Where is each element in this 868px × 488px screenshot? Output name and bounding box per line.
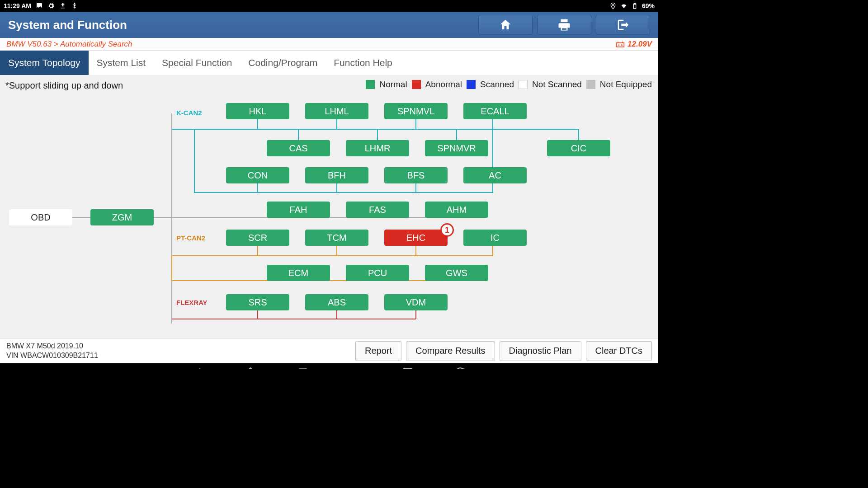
gear-icon (47, 2, 55, 9)
node-con[interactable]: CON (226, 167, 289, 183)
voltage: 12.09V (627, 40, 652, 49)
node-zgm[interactable]: ZGM (90, 209, 154, 225)
node-srs[interactable]: SRS (226, 294, 289, 310)
node-fah[interactable]: FAH (267, 202, 330, 218)
node-scr[interactable]: SCR (226, 230, 289, 246)
android-status-bar: 11:29 AM 69% (0, 0, 658, 12)
node-lhml[interactable]: LHML (305, 103, 368, 119)
upload-icon (59, 2, 66, 9)
tab-bar: System Topology System List Special Func… (0, 51, 658, 75)
home-button[interactable] (478, 15, 533, 35)
bus-ptcan2-label: PT-CAN2 (176, 234, 205, 242)
svg-point-0 (613, 5, 614, 6)
node-obd[interactable]: OBD (9, 209, 72, 225)
dtc-badge: 1 (440, 223, 454, 237)
tab-special-function[interactable]: Special Function (154, 51, 240, 75)
topology-canvas[interactable]: *Support sliding up and down Normal Abno… (0, 75, 658, 338)
tab-function-help[interactable]: Function Help (326, 51, 401, 75)
compare-results-button[interactable]: Compare Results (406, 341, 495, 361)
node-spnmvr[interactable]: SPNMVR (425, 140, 488, 156)
battery-pct: 69% (642, 2, 655, 9)
node-vdm[interactable]: VDM (384, 294, 448, 310)
battery-icon (631, 2, 638, 9)
back-icon[interactable] (192, 366, 204, 369)
exit-button[interactable] (596, 15, 650, 35)
svg-point-32 (456, 368, 465, 369)
node-tcm[interactable]: TCM (305, 230, 368, 246)
battery-car-icon (616, 41, 625, 48)
node-hkl[interactable]: HKL (226, 103, 289, 119)
print-button[interactable] (537, 15, 591, 35)
node-ecall[interactable]: ECALL (463, 103, 527, 119)
browser-icon[interactable] (454, 366, 466, 369)
node-spnmvl[interactable]: SPNMVL (384, 103, 448, 119)
svg-rect-30 (403, 368, 412, 369)
usb-icon (71, 2, 78, 9)
node-gws[interactable]: GWS (425, 265, 488, 281)
node-ic[interactable]: IC (463, 230, 527, 246)
node-ahm[interactable]: AHM (425, 202, 488, 218)
location-icon (609, 2, 617, 9)
node-bfs[interactable]: BFS (384, 167, 448, 183)
diagnostic-plan-button[interactable]: Diagnostic Plan (500, 341, 581, 361)
bus-kcan2-label: K-CAN2 (176, 109, 202, 117)
breadcrumb: BMW V50.63 > Automatically Search 12.09V (0, 38, 658, 51)
footer: BMW X7 M50d 2019.10 VIN WBACW010309B2171… (0, 338, 658, 363)
vehicle-info: BMW X7 M50d 2019.10 VIN WBACW010309B2171… (6, 342, 98, 361)
wifi-icon (620, 2, 627, 9)
node-ac[interactable]: AC (463, 167, 527, 183)
recent-icon[interactable] (297, 366, 309, 369)
node-cic[interactable]: CIC (547, 140, 610, 156)
node-bfh[interactable]: BFH (305, 167, 368, 183)
tab-coding-program[interactable]: Coding/Program (240, 51, 326, 75)
node-cas[interactable]: CAS (267, 140, 330, 156)
home-icon[interactable] (245, 366, 256, 369)
svg-rect-1 (617, 42, 624, 47)
node-abs[interactable]: ABS (305, 294, 368, 310)
tab-system-topology[interactable]: System Topology (0, 51, 89, 75)
node-ehc[interactable]: EHC 1 (384, 230, 448, 246)
breadcrumb-text: BMW V50.63 > Automatically Search (6, 40, 132, 49)
node-fas[interactable]: FAS (346, 202, 409, 218)
bus-flexray-label: FLEXRAY (176, 299, 208, 306)
tab-system-list[interactable]: System List (89, 51, 154, 75)
page-title: System and Function (8, 18, 127, 32)
clock: 11:29 AM (4, 2, 31, 9)
vci-icon[interactable] (349, 366, 361, 369)
app-header: System and Function (0, 12, 658, 38)
node-ecm[interactable]: ECM (267, 265, 330, 281)
node-lhmr[interactable]: LHMR (346, 140, 409, 156)
gallery-icon[interactable] (402, 366, 414, 369)
node-pcu[interactable]: PCU (346, 265, 409, 281)
clear-dtcs-button[interactable]: Clear DTCs (586, 341, 652, 361)
android-nav-bar (0, 363, 658, 369)
image-icon (36, 2, 43, 9)
report-button[interactable]: Report (355, 341, 401, 361)
